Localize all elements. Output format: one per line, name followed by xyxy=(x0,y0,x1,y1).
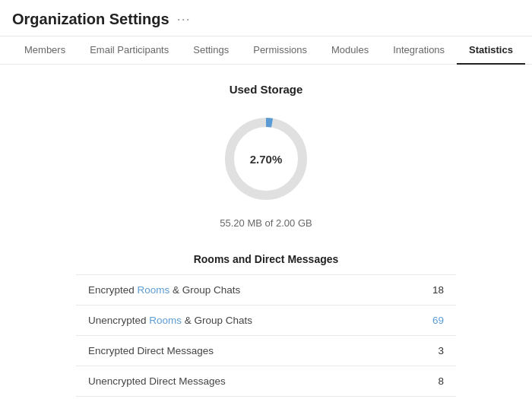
table-row: Unencrypted Direct Messages 8 xyxy=(76,366,456,397)
page-title: Organization Settings xyxy=(12,11,169,28)
more-options-icon[interactable]: ··· xyxy=(177,11,191,27)
row-label: Unencrypted Rooms & Group Chats xyxy=(76,306,395,336)
storage-info: 55.20 MB of 2.00 GB xyxy=(12,217,520,229)
row-value: 18 xyxy=(395,275,456,306)
table-row: Encrypted Direct Messages 3 xyxy=(76,336,456,366)
storage-title: Used Storage xyxy=(12,83,520,96)
tab-settings[interactable]: Settings xyxy=(181,36,241,65)
tab-statistics[interactable]: Statistics xyxy=(457,36,525,65)
tab-bar: Members Email Participants Settings Perm… xyxy=(0,36,532,65)
table-row: Encrypted Rooms & Group Chats 18 xyxy=(76,275,456,306)
storage-section: Used Storage 2.70% 55.20 MB of 2.00 GB xyxy=(12,83,520,229)
tab-members[interactable]: Members xyxy=(12,36,78,65)
rooms-title: Rooms and Direct Messages xyxy=(76,253,456,265)
tab-email-participants[interactable]: Email Participants xyxy=(78,36,181,65)
row-value: 8 xyxy=(395,366,456,397)
table-row: Unencrypted Rooms & Group Chats 69 xyxy=(76,306,456,336)
rooms-table: Encrypted Rooms & Group Chats 18 Unencry… xyxy=(76,274,456,397)
main-content: Used Storage 2.70% 55.20 MB of 2.00 GB R… xyxy=(0,65,532,399)
rooms-section: Rooms and Direct Messages Encrypted Room… xyxy=(76,253,456,397)
row-value: 69 xyxy=(395,306,456,336)
row-value: 3 xyxy=(395,336,456,366)
donut-label: 2.70% xyxy=(250,153,283,166)
row-label: Encrypted Direct Messages xyxy=(76,336,395,366)
tab-integrations[interactable]: Integrations xyxy=(381,36,457,65)
donut-chart: 2.70% xyxy=(217,109,315,208)
row-label: Unencrypted Direct Messages xyxy=(76,366,395,397)
tab-permissions[interactable]: Permissions xyxy=(241,36,319,65)
row-label: Encrypted Rooms & Group Chats xyxy=(76,275,395,306)
page-header: Organization Settings ··· xyxy=(0,0,532,36)
tab-modules[interactable]: Modules xyxy=(319,36,381,65)
